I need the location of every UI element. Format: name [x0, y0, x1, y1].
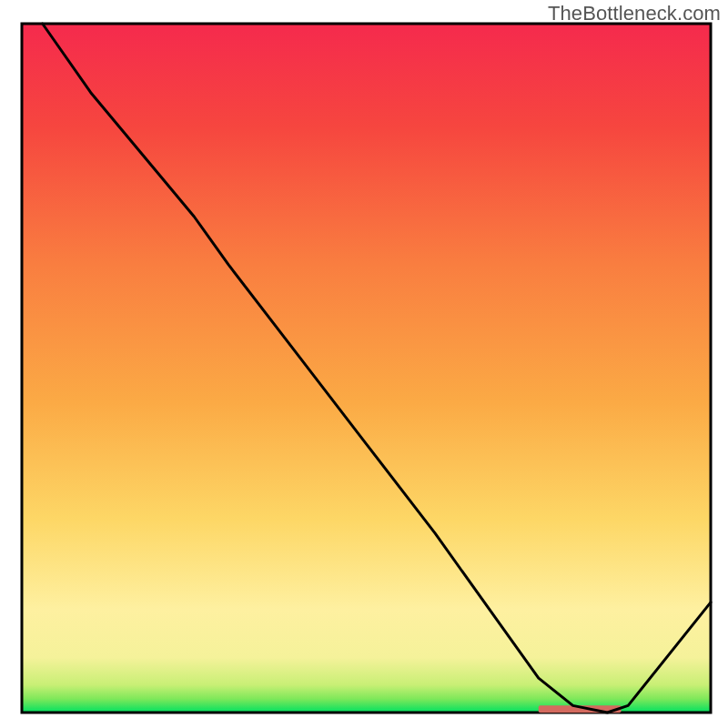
plot-background — [22, 24, 711, 713]
chart-svg — [0, 0, 728, 728]
chart-container: TheBottleneck.com — [0, 0, 728, 728]
